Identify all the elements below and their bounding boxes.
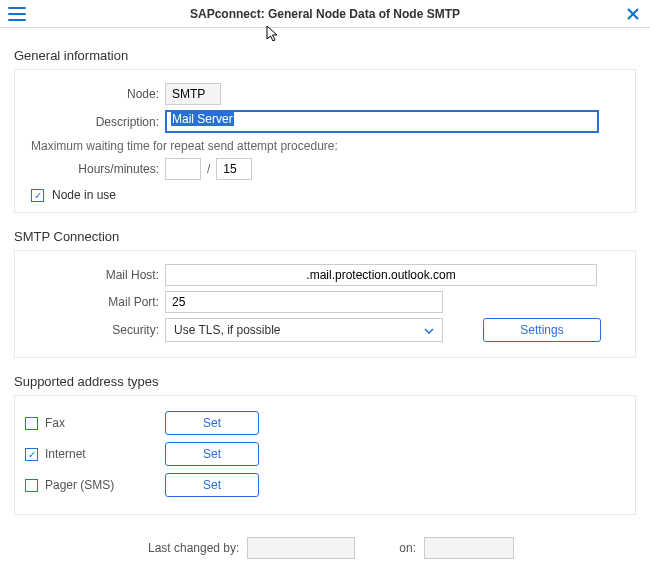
titlebar: SAPconnect: General Node Data of Node SM… bbox=[0, 0, 650, 28]
internet-set-button[interactable]: Set bbox=[165, 442, 259, 466]
addr-section: ✓ Fax Set ✓ Internet Set ✓ Pager (SMS) S… bbox=[14, 395, 636, 515]
on-field bbox=[424, 537, 514, 559]
repeat-hint: Maximum waiting time for repeat send att… bbox=[31, 139, 625, 153]
node-in-use-checkbox[interactable]: ✓ bbox=[31, 189, 44, 202]
security-select[interactable]: Use TLS, if possible bbox=[165, 318, 443, 342]
node-in-use-label: Node in use bbox=[52, 188, 116, 202]
smtp-section-title: SMTP Connection bbox=[14, 229, 636, 244]
mail-port-field[interactable] bbox=[165, 291, 443, 313]
addr-row-pager: ✓ Pager (SMS) Set bbox=[25, 473, 625, 497]
description-selection: Mail Server bbox=[171, 112, 234, 126]
fax-set-button[interactable]: Set bbox=[165, 411, 259, 435]
on-label: on: bbox=[399, 541, 416, 555]
pager-set-button[interactable]: Set bbox=[165, 473, 259, 497]
description-label: Description: bbox=[25, 115, 165, 129]
internet-label: Internet bbox=[45, 447, 165, 461]
footer-row: Last changed by: on: bbox=[14, 537, 636, 559]
general-section-title: General information bbox=[14, 48, 636, 63]
addr-row-fax: ✓ Fax Set bbox=[25, 411, 625, 435]
window-title: SAPconnect: General Node Data of Node SM… bbox=[26, 7, 624, 21]
pager-checkbox[interactable]: ✓ bbox=[25, 479, 38, 492]
mail-port-label: Mail Port: bbox=[25, 295, 165, 309]
general-section: Node: Description: Mail Server Maximum w… bbox=[14, 69, 636, 213]
mail-host-label: Mail Host: bbox=[25, 268, 165, 282]
menu-icon[interactable] bbox=[8, 5, 26, 23]
security-value: Use TLS, if possible bbox=[174, 323, 281, 337]
description-field[interactable]: Mail Server bbox=[165, 110, 599, 133]
addr-row-internet: ✓ Internet Set bbox=[25, 442, 625, 466]
smtp-section: Mail Host: Mail Port: Security: Use TLS,… bbox=[14, 250, 636, 358]
minutes-field[interactable] bbox=[216, 158, 252, 180]
pager-label: Pager (SMS) bbox=[45, 478, 165, 492]
fax-checkbox[interactable]: ✓ bbox=[25, 417, 38, 430]
last-changed-by-field bbox=[247, 537, 355, 559]
hours-field[interactable] bbox=[165, 158, 201, 180]
addr-section-title: Supported address types bbox=[14, 374, 636, 389]
close-icon[interactable] bbox=[624, 5, 642, 23]
security-label: Security: bbox=[25, 323, 165, 337]
fax-label: Fax bbox=[45, 416, 165, 430]
time-separator: / bbox=[207, 162, 210, 176]
mail-host-field[interactable] bbox=[165, 264, 597, 286]
internet-checkbox[interactable]: ✓ bbox=[25, 448, 38, 461]
settings-button[interactable]: Settings bbox=[483, 318, 601, 342]
hours-minutes-label: Hours/minutes: bbox=[25, 162, 165, 176]
chevron-down-icon bbox=[424, 324, 434, 336]
node-label: Node: bbox=[25, 87, 165, 101]
last-changed-by-label: Last changed by: bbox=[148, 541, 239, 555]
node-field bbox=[165, 83, 221, 105]
